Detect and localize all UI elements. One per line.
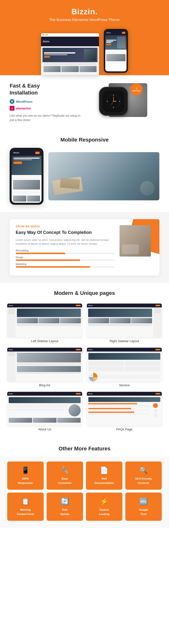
faq-hero <box>88 397 160 402</box>
mobile-phone-screen: Bizzin. <box>12 150 42 203</box>
mobile-responsive-content: Bizzin. <box>10 148 159 205</box>
faq-list <box>88 403 149 417</box>
blog-text-row <box>17 373 81 374</box>
mob-logo: Bizzin. <box>14 152 20 154</box>
phone-row <box>106 51 125 51</box>
install-section: Fast & EasyInstallation W WordPress e el… <box>0 75 169 130</box>
install-text: Fast & EasyInstallation W WordPress e el… <box>10 82 82 122</box>
mobile-phone-display: Bizzin. <box>10 148 44 205</box>
content-row <box>88 325 152 326</box>
service-item <box>88 366 124 371</box>
install-logos: W WordPress e elementor <box>10 99 82 111</box>
progress-bar-bg-remodeling <box>16 253 115 254</box>
progress-bar-fill-marketing <box>16 266 90 268</box>
page-sidebar-right <box>153 308 162 337</box>
mock-bar <box>41 33 99 37</box>
features-section: 📱 100%Responsive 🔧 EasyCustomize 📄 WellD… <box>0 457 169 528</box>
img-cell <box>60 318 81 323</box>
elementor-logo: e elementor <box>10 106 82 111</box>
img-cell <box>17 318 38 323</box>
blog-body <box>7 352 82 382</box>
page-label-left-sidebar: Left Sidebar Layout <box>7 339 82 343</box>
blog-main <box>16 352 82 382</box>
page-body <box>7 308 82 337</box>
hero-devices: Bizzin. <box>5 26 164 75</box>
progress-marketing: Marketing <box>16 263 115 268</box>
free-update-icon: 🔄 <box>49 498 81 505</box>
page-preview-faq: Bizzin. <box>87 392 162 426</box>
cursor-icon: ☝️ <box>135 86 138 90</box>
faq-desc-1 <box>88 405 149 406</box>
contact-form-label: WorkingContact Form <box>17 508 34 516</box>
progress-remodeling: Remodeling <box>16 249 115 254</box>
mob-content <box>12 175 42 203</box>
service-hero <box>88 353 160 360</box>
hero-section: Bizzin. The Business Elementor WordPress… <box>0 0 169 75</box>
service-item <box>88 361 124 366</box>
mobile-photo-display <box>48 152 159 200</box>
mob-row <box>13 191 40 192</box>
install-title: Fast & EasyInstallation <box>10 82 82 96</box>
preview-logo: Bizzin. <box>88 349 93 350</box>
concept-label: GROW WE SERVE <box>16 225 115 228</box>
content-row <box>17 325 81 326</box>
preview-nav-btn <box>155 393 160 394</box>
phone-hero-text <box>106 40 116 45</box>
sidebar-mock-item <box>154 311 161 312</box>
preview-logo: Bizzin. <box>88 393 93 394</box>
blog-img-2 <box>17 366 81 372</box>
page-item-service: Bizzin. <box>87 348 162 387</box>
phone-nav: Bizzin. <box>105 30 126 35</box>
watch-face <box>99 87 128 116</box>
mock-rows <box>43 62 98 73</box>
wordpress-logo: W WordPress <box>10 99 82 104</box>
img-cell <box>131 318 152 323</box>
preview-logo: Bizzin. <box>9 349 13 350</box>
preview-nav-btn <box>76 393 81 394</box>
contact-form-icon: 📋 <box>10 498 41 505</box>
page-preview-service: Bizzin. <box>87 348 162 382</box>
mob-row <box>13 176 40 177</box>
mock-hero-text <box>44 52 83 58</box>
about-team-grid <box>9 418 81 423</box>
paper-mock-2 <box>60 178 80 189</box>
customize-icon: 🔧 <box>49 466 81 474</box>
loading-icon: ⚡ <box>88 498 120 505</box>
elementor-label: elementor <box>16 106 31 110</box>
progress-label-marketing: Marketing <box>16 263 115 266</box>
mob-h1 <box>14 158 40 159</box>
preview-logo: Bizzin. <box>9 393 13 394</box>
concept-title: Easy Way Of Concept To Completion <box>16 230 115 235</box>
about-hero <box>9 397 81 403</box>
font-label: GoogleFont <box>139 508 148 516</box>
mock-logo: Bizzin. <box>43 40 50 43</box>
page-item-right-sidebar: Bizzin. <box>87 304 162 343</box>
dot-green <box>46 34 48 36</box>
img-cell <box>38 318 59 323</box>
seo-icon: 🔍 <box>128 466 159 474</box>
mobile-responsive-section: Bizzin. <box>0 148 169 212</box>
preview-nav-btn <box>155 349 160 350</box>
modern-pages-title: Modern & Unique pages <box>0 283 169 301</box>
feature-loading: ⚡ FastestLoading <box>86 492 122 521</box>
content-row <box>88 324 152 325</box>
concept-img-overlay <box>122 244 139 254</box>
phone-row <box>106 52 125 53</box>
about-text-row <box>9 407 67 408</box>
sidebar-mock-item <box>8 355 15 356</box>
img-cell <box>88 318 109 323</box>
team-img <box>33 418 56 423</box>
dot-red <box>43 34 44 36</box>
page-item-blog: Bizzin. <box>7 348 82 387</box>
page-label-service: Service <box>87 383 162 387</box>
mob-img <box>13 180 40 190</box>
about-text-row <box>9 409 67 410</box>
concept-section: GROW WE SERVE Easy Way Of Concept To Com… <box>0 212 169 282</box>
faq-desc-3 <box>88 410 149 410</box>
blog-sidebar <box>7 352 16 382</box>
chart-legend <box>99 376 160 378</box>
img-cell <box>110 318 131 323</box>
page-preview-nav: Bizzin. <box>7 392 82 396</box>
team-img <box>9 418 32 423</box>
mock-img <box>84 49 96 61</box>
